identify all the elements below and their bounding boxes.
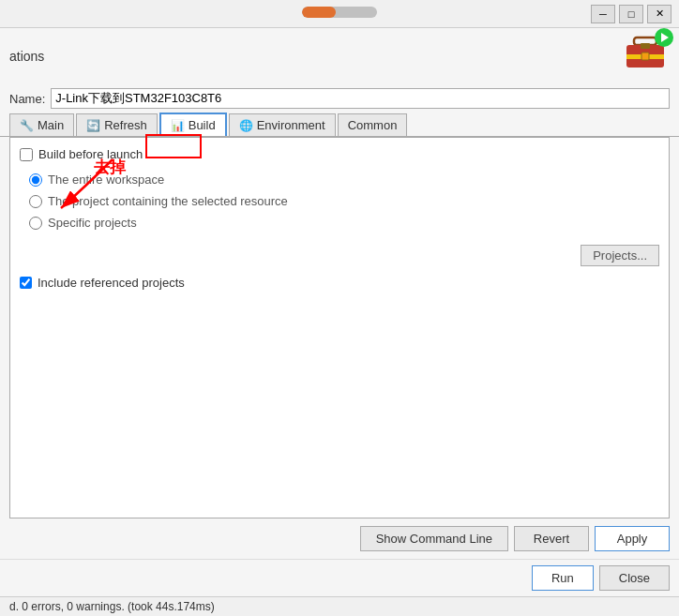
build-icon: 📊 [171, 119, 185, 132]
include-referenced-label: Include referenced projects [38, 276, 185, 290]
close-dialog-button[interactable]: Close [599, 565, 670, 591]
name-row: Name: [0, 84, 679, 113]
tab-build-label: Build [189, 118, 216, 132]
tab-environment[interactable]: 🌐 Environment [229, 113, 336, 136]
main-icon: 🔧 [20, 119, 34, 132]
radio-project-containing-input[interactable] [29, 195, 42, 208]
name-label: Name: [9, 92, 45, 106]
build-before-launch-row: Build before launch [20, 147, 659, 161]
tab-refresh-label: Refresh [104, 118, 147, 132]
maximize-button[interactable]: □ [619, 5, 643, 23]
show-command-line-button[interactable]: Show Command Line [360, 526, 508, 551]
radio-entire-workspace: The entire workspace [29, 173, 659, 187]
environment-icon: 🌐 [239, 119, 253, 132]
progress-bar [302, 7, 377, 18]
projects-row: Projects... [20, 245, 659, 266]
radio-project-containing-label: The project containing the selected reso… [48, 194, 288, 208]
radio-entire-workspace-label: The entire workspace [48, 173, 164, 187]
radio-specific-projects-label: Specific projects [48, 216, 137, 230]
radio-project-containing: The project containing the selected reso… [29, 194, 659, 208]
svg-rect-4 [641, 53, 649, 60]
tab-refresh[interactable]: 🔄 Refresh [76, 113, 158, 136]
run-icon [655, 28, 673, 47]
name-input[interactable] [51, 88, 670, 109]
title-bar: ─ □ ✕ [0, 0, 679, 28]
tab-build[interactable]: 📊 Build [159, 113, 227, 136]
refresh-icon: 🔄 [86, 119, 100, 132]
status-text: d. 0 errors, 0 warnings. (took 44s.174ms… [9, 600, 215, 613]
dialog: ations Name: 🔧 Main [0, 28, 679, 616]
revert-button[interactable]: Revert [514, 526, 589, 551]
build-before-launch-label: Build before launch [38, 147, 143, 161]
radio-specific-projects-input[interactable] [29, 217, 42, 230]
include-referenced-row: Include referenced projects [20, 276, 659, 290]
radio-specific-projects: Specific projects [29, 216, 659, 230]
tabs-bar: 🔧 Main 🔄 Refresh 📊 Build 🌐 Environment C… [0, 113, 679, 137]
build-before-launch-checkbox[interactable] [20, 148, 33, 161]
include-referenced-checkbox[interactable] [20, 277, 32, 289]
bottom-buttons: Show Command Line Revert Apply [0, 518, 679, 559]
dialog-title: ations [9, 49, 44, 64]
tab-environment-label: Environment [257, 118, 325, 132]
run-button[interactable]: Run [532, 565, 594, 591]
projects-button[interactable]: Projects... [581, 245, 659, 266]
tab-common[interactable]: Common [338, 113, 408, 136]
dialog-header: ations [0, 28, 679, 84]
tab-main[interactable]: 🔧 Main [9, 113, 74, 136]
title-bar-buttons: ─ □ ✕ [591, 5, 671, 23]
radio-entire-workspace-input[interactable] [29, 173, 42, 187]
svg-rect-2 [641, 43, 650, 49]
toolbar-icon-area [625, 34, 670, 79]
status-bar: d. 0 errors, 0 warnings. (took 44s.174ms… [0, 596, 679, 616]
minimize-button[interactable]: ─ [591, 5, 615, 23]
tab-common-label: Common [348, 118, 398, 132]
build-tab-content: Build before launch The entire workspace… [9, 137, 670, 518]
apply-button[interactable]: Apply [595, 526, 670, 551]
close-button[interactable]: ✕ [647, 5, 671, 23]
tab-main-label: Main [38, 118, 64, 132]
run-close-row: Run Close [0, 559, 679, 596]
radio-group: The entire workspace The project contain… [20, 173, 659, 230]
